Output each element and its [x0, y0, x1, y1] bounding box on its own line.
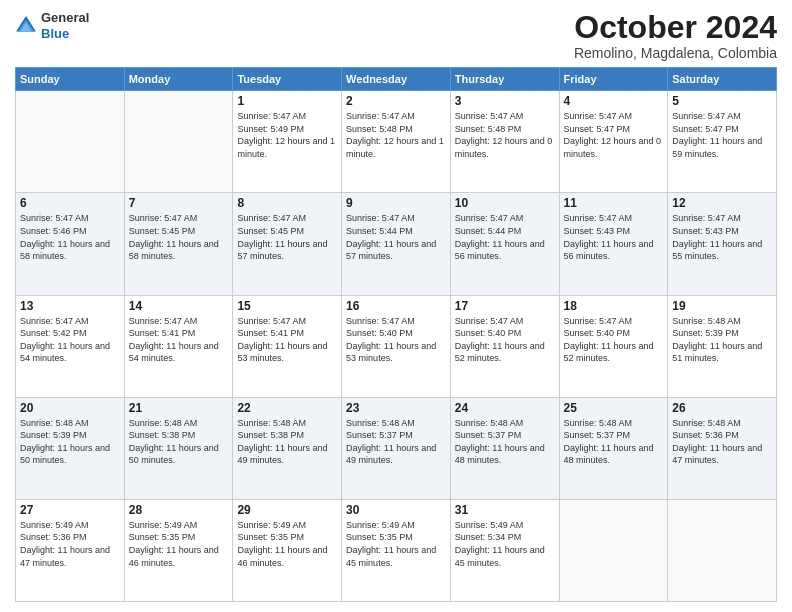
- day-number: 17: [455, 299, 555, 313]
- cell-day: 17Sunrise: 5:47 AM Sunset: 5:40 PM Dayli…: [450, 295, 559, 397]
- cell-day: 9Sunrise: 5:47 AM Sunset: 5:44 PM Daylig…: [342, 193, 451, 295]
- cell-day: 4Sunrise: 5:47 AM Sunset: 5:47 PM Daylig…: [559, 91, 668, 193]
- day-info: Sunrise: 5:47 AM Sunset: 5:49 PM Dayligh…: [237, 110, 337, 160]
- day-info: Sunrise: 5:47 AM Sunset: 5:47 PM Dayligh…: [564, 110, 664, 160]
- calendar-table: Sunday Monday Tuesday Wednesday Thursday…: [15, 67, 777, 602]
- day-number: 8: [237, 196, 337, 210]
- week-row-3: 13Sunrise: 5:47 AM Sunset: 5:42 PM Dayli…: [16, 295, 777, 397]
- day-number: 5: [672, 94, 772, 108]
- days-header-row: Sunday Monday Tuesday Wednesday Thursday…: [16, 68, 777, 91]
- day-info: Sunrise: 5:48 AM Sunset: 5:39 PM Dayligh…: [20, 417, 120, 467]
- cell-day: 12Sunrise: 5:47 AM Sunset: 5:43 PM Dayli…: [668, 193, 777, 295]
- header-sunday: Sunday: [16, 68, 125, 91]
- day-number: 19: [672, 299, 772, 313]
- day-number: 12: [672, 196, 772, 210]
- day-number: 7: [129, 196, 229, 210]
- day-info: Sunrise: 5:47 AM Sunset: 5:48 PM Dayligh…: [346, 110, 446, 160]
- day-info: Sunrise: 5:47 AM Sunset: 5:42 PM Dayligh…: [20, 315, 120, 365]
- logo-text: General Blue: [41, 10, 89, 41]
- cell-day: [124, 91, 233, 193]
- header-monday: Monday: [124, 68, 233, 91]
- cell-day: 11Sunrise: 5:47 AM Sunset: 5:43 PM Dayli…: [559, 193, 668, 295]
- day-info: Sunrise: 5:48 AM Sunset: 5:36 PM Dayligh…: [672, 417, 772, 467]
- cell-day: 19Sunrise: 5:48 AM Sunset: 5:39 PM Dayli…: [668, 295, 777, 397]
- cell-day: 31Sunrise: 5:49 AM Sunset: 5:34 PM Dayli…: [450, 499, 559, 601]
- day-number: 25: [564, 401, 664, 415]
- week-row-1: 1Sunrise: 5:47 AM Sunset: 5:49 PM Daylig…: [16, 91, 777, 193]
- day-number: 30: [346, 503, 446, 517]
- day-number: 18: [564, 299, 664, 313]
- cell-day: 13Sunrise: 5:47 AM Sunset: 5:42 PM Dayli…: [16, 295, 125, 397]
- week-row-4: 20Sunrise: 5:48 AM Sunset: 5:39 PM Dayli…: [16, 397, 777, 499]
- cell-day: 22Sunrise: 5:48 AM Sunset: 5:38 PM Dayli…: [233, 397, 342, 499]
- day-number: 13: [20, 299, 120, 313]
- day-info: Sunrise: 5:48 AM Sunset: 5:37 PM Dayligh…: [455, 417, 555, 467]
- day-number: 16: [346, 299, 446, 313]
- day-number: 10: [455, 196, 555, 210]
- day-number: 14: [129, 299, 229, 313]
- cell-day: 3Sunrise: 5:47 AM Sunset: 5:48 PM Daylig…: [450, 91, 559, 193]
- day-number: 15: [237, 299, 337, 313]
- day-number: 1: [237, 94, 337, 108]
- day-info: Sunrise: 5:48 AM Sunset: 5:38 PM Dayligh…: [129, 417, 229, 467]
- logo-blue: Blue: [41, 26, 69, 41]
- week-row-5: 27Sunrise: 5:49 AM Sunset: 5:36 PM Dayli…: [16, 499, 777, 601]
- cell-day: 15Sunrise: 5:47 AM Sunset: 5:41 PM Dayli…: [233, 295, 342, 397]
- day-number: 11: [564, 196, 664, 210]
- day-info: Sunrise: 5:48 AM Sunset: 5:37 PM Dayligh…: [564, 417, 664, 467]
- cell-day: 30Sunrise: 5:49 AM Sunset: 5:35 PM Dayli…: [342, 499, 451, 601]
- cell-day: 6Sunrise: 5:47 AM Sunset: 5:46 PM Daylig…: [16, 193, 125, 295]
- cell-day: 20Sunrise: 5:48 AM Sunset: 5:39 PM Dayli…: [16, 397, 125, 499]
- day-number: 27: [20, 503, 120, 517]
- day-number: 9: [346, 196, 446, 210]
- cell-day: [668, 499, 777, 601]
- day-info: Sunrise: 5:47 AM Sunset: 5:47 PM Dayligh…: [672, 110, 772, 160]
- page: General Blue October 2024 Remolino, Magd…: [0, 0, 792, 612]
- day-info: Sunrise: 5:48 AM Sunset: 5:38 PM Dayligh…: [237, 417, 337, 467]
- day-info: Sunrise: 5:47 AM Sunset: 5:48 PM Dayligh…: [455, 110, 555, 160]
- day-info: Sunrise: 5:47 AM Sunset: 5:43 PM Dayligh…: [564, 212, 664, 262]
- month-title: October 2024: [574, 10, 777, 45]
- day-number: 4: [564, 94, 664, 108]
- day-info: Sunrise: 5:47 AM Sunset: 5:45 PM Dayligh…: [129, 212, 229, 262]
- day-info: Sunrise: 5:47 AM Sunset: 5:40 PM Dayligh…: [346, 315, 446, 365]
- cell-day: [559, 499, 668, 601]
- cell-day: 2Sunrise: 5:47 AM Sunset: 5:48 PM Daylig…: [342, 91, 451, 193]
- day-info: Sunrise: 5:48 AM Sunset: 5:39 PM Dayligh…: [672, 315, 772, 365]
- cell-day: 16Sunrise: 5:47 AM Sunset: 5:40 PM Dayli…: [342, 295, 451, 397]
- header: General Blue October 2024 Remolino, Magd…: [15, 10, 777, 61]
- cell-day: 24Sunrise: 5:48 AM Sunset: 5:37 PM Dayli…: [450, 397, 559, 499]
- header-saturday: Saturday: [668, 68, 777, 91]
- cell-day: 8Sunrise: 5:47 AM Sunset: 5:45 PM Daylig…: [233, 193, 342, 295]
- cell-day: 7Sunrise: 5:47 AM Sunset: 5:45 PM Daylig…: [124, 193, 233, 295]
- cell-day: [16, 91, 125, 193]
- cell-day: 26Sunrise: 5:48 AM Sunset: 5:36 PM Dayli…: [668, 397, 777, 499]
- day-info: Sunrise: 5:49 AM Sunset: 5:34 PM Dayligh…: [455, 519, 555, 569]
- header-thursday: Thursday: [450, 68, 559, 91]
- day-number: 31: [455, 503, 555, 517]
- day-info: Sunrise: 5:47 AM Sunset: 5:40 PM Dayligh…: [564, 315, 664, 365]
- day-info: Sunrise: 5:47 AM Sunset: 5:44 PM Dayligh…: [346, 212, 446, 262]
- day-info: Sunrise: 5:47 AM Sunset: 5:40 PM Dayligh…: [455, 315, 555, 365]
- cell-day: 10Sunrise: 5:47 AM Sunset: 5:44 PM Dayli…: [450, 193, 559, 295]
- title-block: October 2024 Remolino, Magdalena, Colomb…: [574, 10, 777, 61]
- day-number: 3: [455, 94, 555, 108]
- day-number: 26: [672, 401, 772, 415]
- day-info: Sunrise: 5:47 AM Sunset: 5:46 PM Dayligh…: [20, 212, 120, 262]
- day-info: Sunrise: 5:49 AM Sunset: 5:35 PM Dayligh…: [346, 519, 446, 569]
- cell-day: 27Sunrise: 5:49 AM Sunset: 5:36 PM Dayli…: [16, 499, 125, 601]
- day-info: Sunrise: 5:47 AM Sunset: 5:41 PM Dayligh…: [237, 315, 337, 365]
- day-info: Sunrise: 5:47 AM Sunset: 5:41 PM Dayligh…: [129, 315, 229, 365]
- day-info: Sunrise: 5:49 AM Sunset: 5:36 PM Dayligh…: [20, 519, 120, 569]
- day-number: 22: [237, 401, 337, 415]
- day-info: Sunrise: 5:49 AM Sunset: 5:35 PM Dayligh…: [129, 519, 229, 569]
- day-info: Sunrise: 5:48 AM Sunset: 5:37 PM Dayligh…: [346, 417, 446, 467]
- cell-day: 5Sunrise: 5:47 AM Sunset: 5:47 PM Daylig…: [668, 91, 777, 193]
- week-row-2: 6Sunrise: 5:47 AM Sunset: 5:46 PM Daylig…: [16, 193, 777, 295]
- subtitle: Remolino, Magdalena, Colombia: [574, 45, 777, 61]
- header-friday: Friday: [559, 68, 668, 91]
- header-tuesday: Tuesday: [233, 68, 342, 91]
- day-number: 28: [129, 503, 229, 517]
- cell-day: 1Sunrise: 5:47 AM Sunset: 5:49 PM Daylig…: [233, 91, 342, 193]
- cell-day: 28Sunrise: 5:49 AM Sunset: 5:35 PM Dayli…: [124, 499, 233, 601]
